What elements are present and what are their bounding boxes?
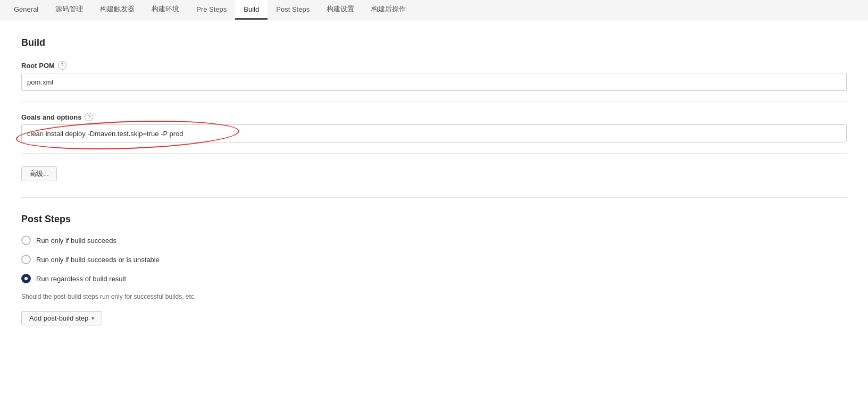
tab-build[interactable]: Build [235,0,268,20]
radio-run-regardless-circle [21,274,31,283]
post-steps-hint: Should the post-build steps run only for… [21,293,847,300]
radio-run-success-unstable[interactable]: Run only if build succeeds or is unstabl… [21,255,847,264]
radio-run-regardless-label: Run regardless of build result [36,275,126,283]
post-steps-title: Post Steps [21,214,847,225]
post-steps-section: Post Steps Run only if build succeeds Ru… [21,214,847,325]
root-pom-label: Root POM ? [21,61,847,70]
radio-run-success-circle [21,236,31,245]
tab-settings[interactable]: 构建设置 [318,0,363,20]
goals-options-group: Goals and options ? [21,113,847,142]
radio-run-success-label: Run only if build succeeds [36,237,116,245]
tab-bar: General源码管理构建触发器构建环境Pre StepsBuildPost S… [0,0,868,20]
add-post-build-step-label: Add post-build step [29,314,88,322]
advanced-button[interactable]: 高级... [21,166,57,181]
goals-options-input[interactable] [21,124,847,142]
tab-pre-steps[interactable]: Pre Steps [188,0,235,20]
divider-3 [21,197,847,198]
tab-source[interactable]: 源码管理 [47,0,91,20]
post-steps-radio-group: Run only if build succeeds Run only if b… [21,236,847,283]
radio-run-success[interactable]: Run only if build succeeds [21,236,847,245]
tab-post-ops[interactable]: 构建后操作 [363,0,414,20]
radio-run-success-unstable-circle [21,255,31,264]
divider-2 [21,153,847,154]
goals-options-help-icon[interactable]: ? [85,113,93,121]
main-content: Build Root POM ? Goals and options ? 高级.… [0,20,868,420]
tab-post-steps[interactable]: Post Steps [268,0,318,20]
build-section-title: Build [21,37,847,48]
tab-env[interactable]: 构建环境 [143,0,188,20]
build-section: Build Root POM ? Goals and options ? 高级.… [21,37,847,181]
root-pom-input[interactable] [21,73,847,91]
radio-run-regardless[interactable]: Run regardless of build result [21,274,847,283]
add-post-build-step-button[interactable]: Add post-build step ▾ [21,311,102,325]
root-pom-help-icon[interactable]: ? [58,61,66,70]
divider-1 [21,102,847,102]
goals-input-wrapper [21,124,847,142]
add-post-build-step-dropdown-icon: ▾ [91,315,94,321]
goals-options-label: Goals and options ? [21,113,847,121]
radio-run-success-unstable-label: Run only if build succeeds or is unstabl… [36,256,160,264]
tab-triggers[interactable]: 构建触发器 [91,0,143,20]
root-pom-group: Root POM ? [21,61,847,91]
tab-general[interactable]: General [5,0,47,20]
